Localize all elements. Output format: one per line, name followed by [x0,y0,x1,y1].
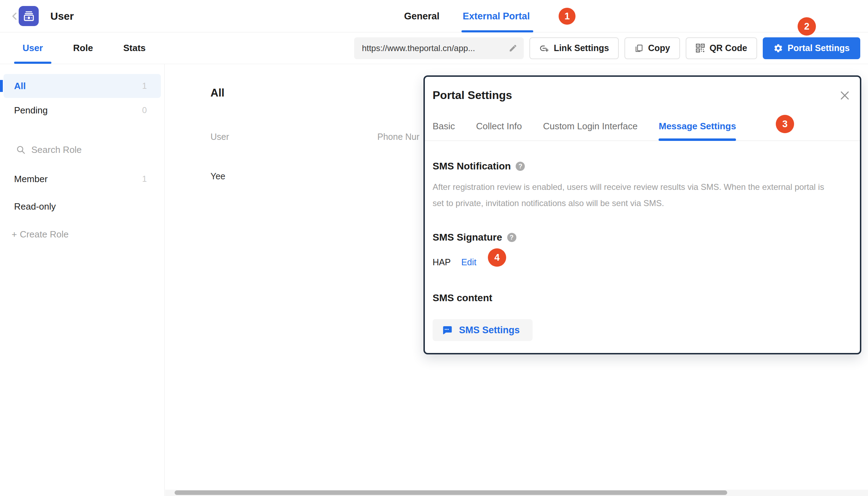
portal-url-value: https://www.theportal.cn/app... [362,43,509,53]
search-role-input[interactable]: Search Role [0,141,164,159]
app-icon [19,6,39,26]
role-count: 1 [142,174,147,184]
modal-tabs: Basic Collect Info Custom Login Interfac… [425,112,860,141]
search-icon [16,145,26,155]
sidebar-tab-user[interactable]: User [23,32,43,64]
filter-count: 1 [142,81,147,91]
help-icon[interactable]: ? [507,233,516,242]
modal-tab-basic[interactable]: Basic [433,112,455,141]
help-icon[interactable]: ? [516,162,525,171]
list-heading: All [210,87,225,99]
modal-tab-custom-login-interface[interactable]: Custom Login Interface [543,112,638,141]
active-tab-underline [659,138,736,141]
filter-pending[interactable]: Pending 0 [4,99,161,121]
edit-pencil-icon[interactable] [509,44,517,52]
close-button[interactable] [839,89,851,101]
page-title: User [50,0,74,32]
sms-content-section-title: SMS content [433,292,492,304]
annotation-badge-1: 1 [559,8,575,25]
sms-notification-description: After registration review is enabled, us… [433,179,827,211]
tab-general[interactable]: General [404,0,440,32]
qr-code-button[interactable]: QR Code [686,37,757,59]
sidebar-tab-role[interactable]: Role [73,32,93,64]
portal-settings-modal: Portal Settings Basic Collect Info Custo… [423,75,861,354]
sidebar: All 1 Pending 0 Search Role Member 1 Rea… [0,64,165,496]
gear-icon [773,43,783,53]
header-tabs: General External Portal 1 [404,0,575,32]
create-role-button[interactable]: + Create Role [0,229,164,240]
banknote-icon [22,10,36,23]
sms-signature-value: HAP [433,257,451,267]
role-item-member[interactable]: Member 1 [0,169,164,189]
modal-tab-collect-info[interactable]: Collect Info [476,112,522,141]
tab-external-portal[interactable]: External Portal [463,0,530,32]
subheader: User Role Stats https://www.theportal.cn… [0,32,868,64]
filter-all[interactable]: All 1 [4,74,161,98]
chat-bubble-icon [442,325,453,336]
copy-icon [634,44,643,53]
sidebar-tabs: User Role Stats [0,32,165,64]
sidebar-tab-stats[interactable]: Stats [123,32,146,64]
annotation-badge-2: 2 [798,17,816,36]
plus-icon: + [12,229,17,240]
qr-code-icon [696,43,705,53]
portal-url-field[interactable]: https://www.theportal.cn/app... [354,37,524,59]
column-header-phone-number: Phone Nur [377,132,420,142]
link-icon [539,43,549,53]
close-icon [839,89,851,101]
copy-button[interactable]: Copy [624,37,680,59]
link-settings-button[interactable]: Link Settings [529,37,619,59]
sms-signature-row: HAP Edit [433,257,477,267]
annotation-badge-3: 3 [776,115,794,133]
annotation-badge-4: 4 [488,248,506,267]
modal-tab-message-settings[interactable]: Message Settings [659,112,736,141]
edit-signature-link[interactable]: Edit [461,257,476,267]
search-placeholder: Search Role [31,144,82,155]
filter-count: 0 [142,105,147,115]
active-tab-underline [14,62,51,64]
sms-settings-button[interactable]: SMS Settings [433,319,533,341]
top-header: User General External Portal 1 [0,0,868,32]
active-tab-underline [461,30,534,32]
toolbar: https://www.theportal.cn/app... Link Set… [165,32,868,64]
portal-settings-button[interactable]: Portal Settings [763,37,860,59]
column-header-user: User [210,132,229,142]
sms-notification-section-title: SMS Notification ? [433,161,525,172]
table-row-user-cell[interactable]: Yee [210,171,225,181]
modal-title: Portal Settings [433,89,512,102]
horizontal-scrollbar-thumb[interactable] [175,490,727,495]
role-item-read-only[interactable]: Read-only [0,197,164,216]
active-indicator-bar [0,80,3,92]
sms-signature-section-title: SMS Signature ? [433,232,516,243]
